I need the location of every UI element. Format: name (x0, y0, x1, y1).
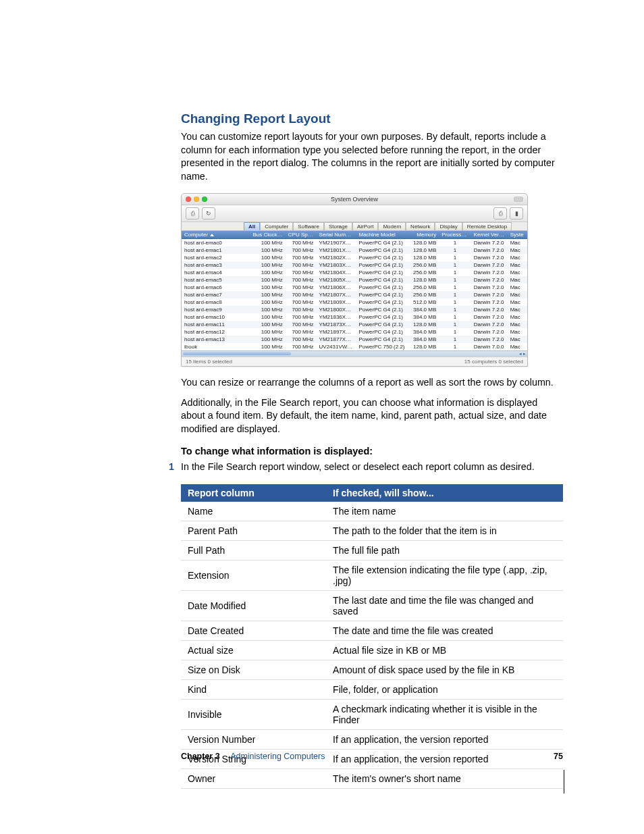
status-right: 15 computers 0 selected (464, 359, 523, 365)
tag-button[interactable]: ▮ (510, 207, 523, 219)
category-tabs: All Computer Software Storage AirPort Mo… (182, 222, 527, 231)
report-window: System Overview ⎙ ↻ ⎙ ▮ All Computer Sof… (181, 193, 528, 367)
table-row[interactable]: host ard-emac6100 MHz700 MHzYM21806XMUGP… (182, 284, 527, 291)
table-row[interactable]: host ard-emac9100 MHz700 MHzYM21800XMUGP… (182, 306, 527, 313)
tab-network[interactable]: Network (406, 222, 435, 230)
step-number: 1 (165, 461, 174, 473)
procedure-list: 1 In the File Search report window, sele… (181, 461, 563, 473)
report-rows: host ard-emac0100 MHz700 MHzYM21907XMUGP… (182, 239, 527, 350)
info-row: KindFile, folder, or application (181, 680, 563, 700)
report-columns-table: Report column If checked, will show... N… (181, 484, 563, 789)
tab-airport[interactable]: AirPort (352, 222, 378, 230)
toolbar-pill-icon[interactable] (514, 197, 523, 202)
table-row[interactable]: host ard-emac4100 MHz700 MHzYM21804XMUGP… (182, 269, 527, 276)
info-row: Date CreatedThe date and time the file w… (181, 621, 563, 641)
table-row[interactable]: host ard-emac8100 MHz700 MHzYM21809XMUGP… (182, 298, 527, 306)
info-row: Date ModifiedThe last date and time the … (181, 591, 563, 621)
info-row: Full PathThe full file path (181, 541, 563, 561)
table-row[interactable]: host ard-emac2100 MHz700 MHzYM21802XMUGP… (182, 254, 527, 261)
tab-display[interactable]: Display (435, 222, 462, 230)
info-row: NameThe item name (181, 502, 563, 521)
report-column-headers[interactable]: Computer Bus Clock Speed CPU Speed Seria… (182, 231, 527, 239)
table-row[interactable]: ibook100 MHz700 MHzUV2431VWN4PPowerPC 75… (182, 343, 527, 350)
scroll-thumb[interactable] (183, 352, 291, 355)
col-bus-clock[interactable]: Bus Clock Speed (250, 231, 285, 238)
sort-indicator-icon (210, 234, 214, 236)
margin-rule (564, 770, 564, 793)
footer-chapter-title: Administering Computers (230, 752, 325, 761)
table-row[interactable]: host ard-emac7100 MHz700 MHzYM21807XMUGP… (182, 291, 527, 298)
info-row: ExtensionThe file extension indicating t… (181, 561, 563, 591)
tab-software[interactable]: Software (293, 222, 324, 230)
col-blank[interactable] (238, 231, 250, 238)
window-title: System Overview (182, 196, 527, 203)
procedure-heading: To change what information is displayed: (181, 446, 563, 457)
table-row[interactable]: host ard-emac5100 MHz700 MHzYM21805XMUGP… (182, 276, 527, 284)
status-left: 15 items 0 selected (186, 359, 232, 365)
window-toolbar: ⎙ ↻ ⎙ ▮ (182, 205, 527, 222)
section-heading: Changing Report Layout (181, 111, 563, 126)
step-text: In the File Search report window, select… (181, 461, 535, 473)
tab-computer[interactable]: Computer (260, 222, 293, 230)
scroll-arrows-icon[interactable]: ◂ ▸ (519, 351, 526, 357)
info-row: Version NumberIf an application, the ver… (181, 730, 563, 750)
col-cpu-speed[interactable]: CPU Speed (286, 231, 317, 238)
col-system[interactable]: Syste (508, 231, 527, 238)
paragraph-resize: You can resize or rearrange the columns … (181, 376, 563, 390)
col-memory[interactable]: Memory (409, 231, 439, 238)
horizontal-scrollbar[interactable]: ◂ ▸ (182, 350, 527, 357)
col-proc-count[interactable]: Processor Count (439, 231, 471, 238)
table-row[interactable]: host ard-emac0100 MHz700 MHzYM21907XMUGP… (182, 239, 527, 246)
col-computer[interactable]: Computer (184, 232, 208, 238)
tab-all[interactable]: All (244, 222, 260, 230)
info-row: Actual sizeActual file size in KB or MB (181, 641, 563, 660)
page-footer: Chapter 3 Administering Computers 75 (181, 752, 563, 761)
print-button[interactable]: ⎙ (493, 207, 507, 219)
info-head-desc: If checked, will show... (326, 484, 563, 502)
refresh-button[interactable]: ↻ (202, 207, 215, 219)
status-bar: 15 items 0 selected 15 computers 0 selec… (182, 357, 527, 366)
paragraph-filesearch: Additionally, in the File Search report,… (181, 396, 563, 436)
window-titlebar[interactable]: System Overview (182, 194, 527, 205)
col-serial[interactable]: Serial Number (317, 231, 356, 238)
info-row: OwnerThe item's owner's short name (181, 769, 563, 789)
page-number: 75 (554, 752, 563, 761)
footer-chapter: Chapter 3 (181, 752, 220, 761)
info-row: Size on DiskAmount of disk space used by… (181, 660, 563, 680)
info-row: InvisibleA checkmark indicating whether … (181, 700, 563, 730)
tab-remote-desktop[interactable]: Remote Desktop (462, 222, 512, 230)
info-head-col: Report column (181, 484, 326, 502)
table-row[interactable]: host ard-emac11100 MHz700 MHzYM21873XMUG… (182, 321, 527, 328)
table-row[interactable]: host ard-emac13100 MHz700 MHzYM21877XMUG… (182, 336, 527, 343)
tab-storage[interactable]: Storage (324, 222, 352, 230)
export-button[interactable]: ⎙ (186, 207, 199, 219)
col-machine-model[interactable]: Machine Model (356, 231, 409, 238)
col-kernel[interactable]: Kernel Version (471, 231, 508, 238)
info-row: Parent PathThe path to the folder that t… (181, 521, 563, 541)
table-row[interactable]: host ard-emac10100 MHz700 MHzYM21836XMUG… (182, 313, 527, 321)
table-row[interactable]: host ard-emac12100 MHz700 MHzYM21897XMUG… (182, 328, 527, 336)
table-row[interactable]: host ard-emac1100 MHz700 MHzYM21801XMUGP… (182, 246, 527, 254)
intro-paragraph: You can customize report layouts for you… (181, 130, 563, 184)
tab-modem[interactable]: Modem (378, 222, 406, 230)
table-row[interactable]: host ard-emac3100 MHz700 MHzYM21803XMUGP… (182, 261, 527, 269)
